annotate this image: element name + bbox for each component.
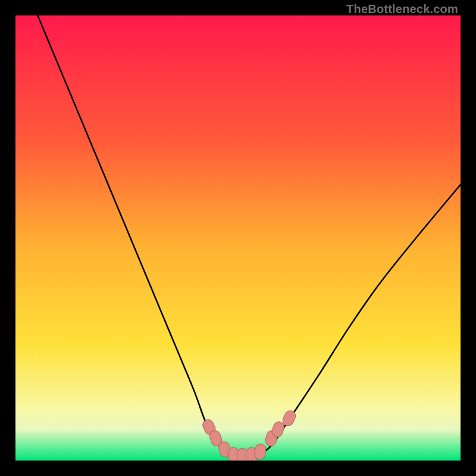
bottleneck-chart [15,15,461,461]
chart-frame: TheBottleneck.com [0,0,476,476]
plot-area [15,15,461,461]
gradient-background [15,15,461,461]
watermark-text: TheBottleneck.com [346,2,458,16]
